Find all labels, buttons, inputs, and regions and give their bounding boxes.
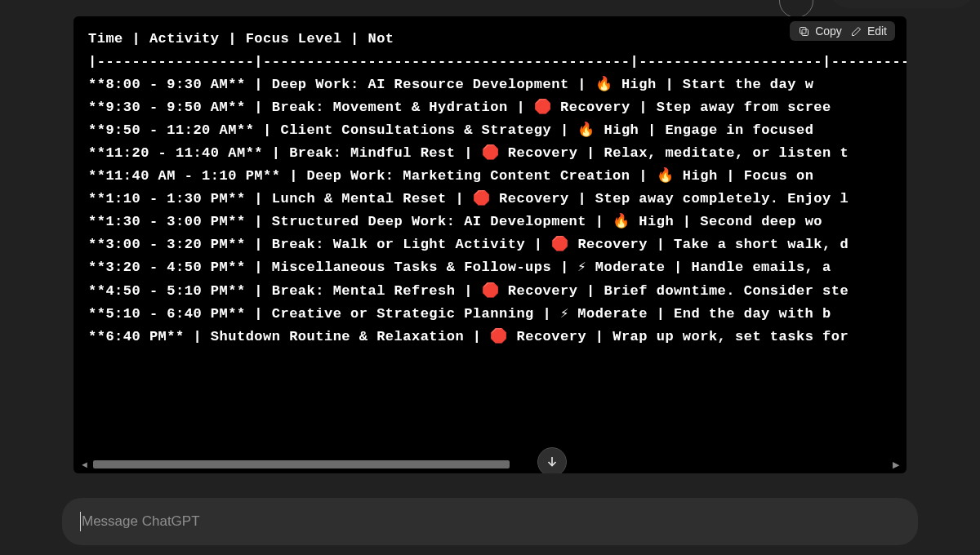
top-avatar-arc [779,0,813,18]
table-row: **11:20 - 11:40 AM** | Break: Mindful Re… [88,142,892,165]
scroll-right-arrow[interactable]: ▶ [892,459,900,470]
table-row: **1:30 - 3:00 PM** | Structured Deep Wor… [88,211,892,233]
scroll-to-bottom-button[interactable] [537,447,567,473]
table-row: **5:10 - 6:40 PM** | Creative or Strateg… [88,303,892,326]
arrow-down-icon [545,455,559,469]
table-row: **9:30 - 9:50 AM** | Break: Movement & H… [88,96,892,119]
top-button-edge [828,0,975,8]
svg-rect-1 [800,27,807,33]
table-row: **6:40 PM** | Shutdown Routine & Relaxat… [88,326,892,349]
text-caret [80,512,81,531]
table-header-row: Time | Activity | Focus Level | Not [88,28,892,51]
message-composer[interactable] [62,498,918,545]
svg-rect-0 [802,29,808,36]
scroll-left-arrow[interactable]: ◄ [80,459,88,470]
table-divider-row: |------------------|--------------------… [88,51,892,73]
table-row: **9:50 - 11:20 AM** | Client Consultatio… [88,119,892,142]
chat-area: Copy Edit Time | Activity | Focus Level … [0,0,980,555]
message-input[interactable] [80,513,900,531]
table-row: **3:00 - 3:20 PM** | Break: Walk or Ligh… [88,233,892,256]
edit-button[interactable]: Edit [850,24,887,38]
table-row: **11:40 AM - 1:10 PM** | Deep Work: Mark… [88,165,892,188]
copy-icon [798,25,810,38]
copy-button[interactable]: Copy [798,24,842,38]
table-row: **4:50 - 5:10 PM** | Break: Mental Refre… [88,280,892,303]
edit-icon [850,25,862,38]
table-row: **3:20 - 4:50 PM** | Miscellaneous Tasks… [88,256,892,279]
scroll-thumb[interactable] [93,460,510,468]
table-row: **8:00 - 9:30 AM** | Deep Work: AI Resou… [88,73,892,96]
table-row: **1:10 - 1:30 PM** | Lunch & Mental Rese… [88,188,892,211]
edit-label: Edit [867,24,887,38]
code-block: Copy Edit Time | Activity | Focus Level … [74,16,906,473]
code-actions-bar: Copy Edit [790,21,895,41]
horizontal-scrollbar[interactable]: ◄ ▶ [82,459,898,470]
copy-label: Copy [815,24,842,38]
code-content[interactable]: Time | Activity | Focus Level | Not|----… [74,16,906,455]
